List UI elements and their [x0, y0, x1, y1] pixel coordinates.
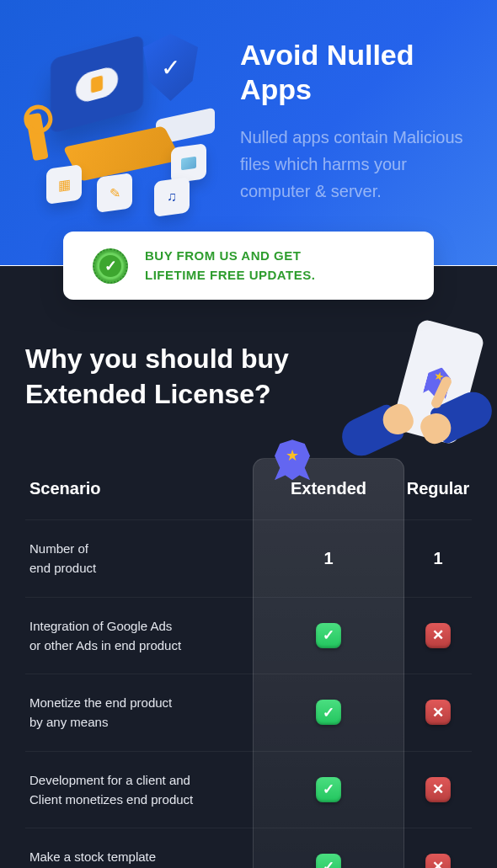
cta-text: BUY FROM US AND GET LIFETIME FREE UPDATE… — [145, 247, 315, 285]
check-icon: ✓ — [316, 854, 341, 868]
header-scenario: Scenario — [25, 479, 253, 498]
table-row: Make a stock templateas end product✓✕ — [25, 828, 472, 868]
featured-ribbon-icon: ★ — [275, 439, 310, 480]
cross-icon: ✕ — [425, 700, 451, 725]
regular-cell: 1 — [404, 549, 472, 568]
table-row: Development for a client andClient monet… — [25, 752, 472, 829]
extended-cell: ✓ — [253, 854, 404, 868]
scenario-cell: Monetize the end productby any means — [25, 693, 253, 732]
cube-icon — [171, 143, 206, 184]
extended-cell: 1 — [253, 549, 404, 568]
extended-cell: ✓ — [253, 623, 404, 648]
key-icon — [25, 113, 48, 161]
hero-text: Avoid Nulled Apps Nulled apps contain Ma… — [240, 29, 472, 206]
hand-icon — [336, 402, 405, 461]
security-illustration: ✓ ▦ ✎ ♫ — [25, 29, 219, 206]
cloud-lock-icon — [76, 64, 118, 104]
shield-icon: ✓ — [143, 34, 198, 101]
check-icon: ✓ — [316, 623, 341, 648]
check-icon: ✓ — [316, 700, 341, 725]
cube-icon: ♫ — [154, 177, 190, 217]
monitor-icon — [51, 35, 143, 134]
verified-badge-icon: ✓ — [93, 248, 128, 284]
hero-description: Nulled apps contain Malicious files whic… — [240, 124, 472, 205]
hero-title: Avoid Nulled Apps — [240, 38, 472, 107]
scenario-cell: Number ofend product — [25, 539, 253, 578]
extended-cell: ✓ — [253, 777, 404, 802]
cta-line1: BUY FROM US AND GET — [145, 247, 315, 266]
cube-icon: ✎ — [97, 173, 132, 213]
header-extended: Extended — [253, 479, 404, 498]
cross-icon: ✕ — [425, 777, 451, 802]
license-section: Why you should buy Extended License? ★ ★… — [0, 266, 497, 868]
cross-icon: ✕ — [425, 623, 451, 648]
scenario-cell: Development for a client andClient monet… — [25, 770, 253, 810]
table-header: Scenario Extended Regular — [25, 458, 472, 520]
regular-cell: ✕ — [404, 623, 472, 648]
hero-section: ✓ ▦ ✎ ♫ Avoid Nulled Apps Nulled apps co… — [0, 0, 497, 265]
table-row: Number ofend product11 — [25, 520, 472, 598]
table-row: Monetize the end productby any means✓✕ — [25, 674, 472, 752]
extended-cell: ✓ — [253, 700, 404, 725]
regular-cell: ✕ — [404, 777, 472, 802]
regular-cell: ✕ — [404, 854, 472, 868]
header-regular: Regular — [404, 479, 472, 498]
table-row: Integration of Google Adsor other Ads in… — [25, 598, 472, 675]
regular-cell: ✕ — [404, 700, 472, 725]
comparison-table: ★ Scenario Extended Regular Number ofend… — [25, 458, 472, 868]
cube-icon: ▦ — [46, 164, 82, 205]
check-icon: ✓ — [316, 777, 341, 802]
phone-hand-illustration: ★ — [341, 317, 497, 468]
cta-banner[interactable]: ✓ BUY FROM US AND GET LIFETIME FREE UPDA… — [63, 232, 434, 300]
scenario-cell: Make a stock templateas end product — [25, 847, 253, 868]
cross-icon: ✕ — [425, 854, 451, 868]
cta-line2: LIFETIME FREE UPDATES. — [145, 266, 315, 285]
section-title: Why you should buy Extended License? — [25, 342, 338, 412]
scenario-cell: Integration of Google Adsor other Ads in… — [25, 616, 253, 656]
